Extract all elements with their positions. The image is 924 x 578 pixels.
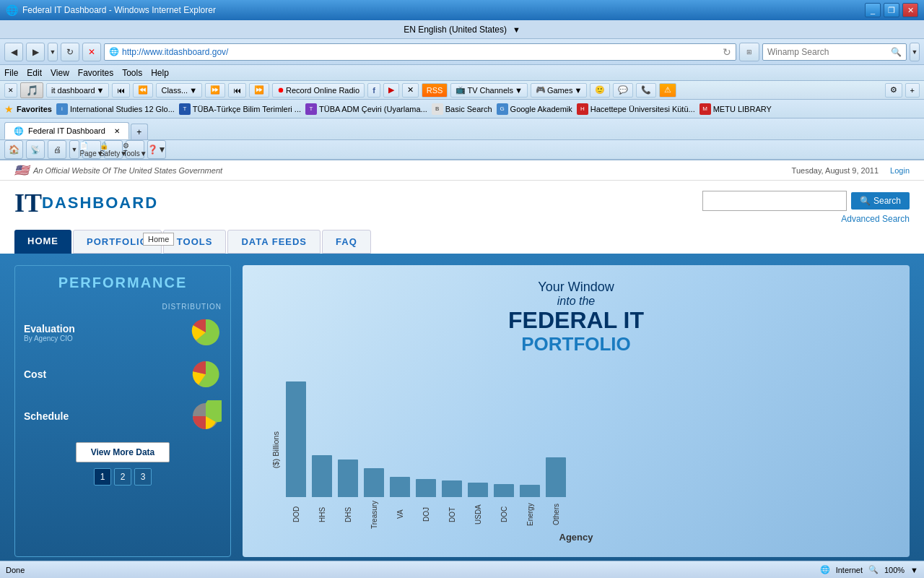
- chart-title-window: Your Window: [257, 280, 895, 295]
- page-btn-3[interactable]: 3: [134, 468, 152, 486]
- browser-search-icon[interactable]: 🔍: [891, 47, 902, 57]
- games-btn[interactable]: 🎮 Games ▼: [531, 83, 587, 98]
- nav-tab-datafeeds[interactable]: DATA FEEDS: [227, 230, 321, 254]
- facebook-btn[interactable]: f: [367, 83, 380, 98]
- menu-help[interactable]: Help: [151, 68, 169, 78]
- zoom-level: 100%: [884, 566, 905, 574]
- address-refresh-icon[interactable]: ↻: [723, 46, 731, 58]
- address-dropdown[interactable]: it dashboard ▼: [46, 83, 109, 98]
- view-more-button[interactable]: View More Data: [76, 442, 170, 462]
- media-stop-btn[interactable]: ⏮: [228, 83, 246, 98]
- tv-channels-btn[interactable]: 📺 TV Channels ▼: [450, 83, 527, 98]
- sec-safety-btn[interactable]: 🔒 Safety▼: [104, 140, 123, 159]
- menu-tools[interactable]: Tools: [122, 68, 142, 78]
- menu-file[interactable]: File: [4, 68, 18, 78]
- back-btn[interactable]: ◀: [4, 43, 23, 61]
- forward-btn[interactable]: ▶: [26, 43, 45, 61]
- chat-btn[interactable]: 💬: [613, 83, 633, 98]
- bar-treasury: [364, 468, 384, 497]
- settings-btn[interactable]: ⚙: [885, 83, 902, 98]
- metric-schedule: Schedule: [24, 410, 69, 422]
- chart-title-area: Your Window into the FEDERAL IT PORTFOLI…: [257, 280, 895, 355]
- sec-page-btn[interactable]: 📄 Page▼: [82, 140, 101, 159]
- extra-toolbar: ✕ 🎵 it dashboard ▼ ⏮ ⏪ Class... ▼ ⏩ ⏮ ⏩ …: [0, 81, 924, 100]
- search-dropdown-btn[interactable]: ▼: [910, 43, 920, 61]
- media-play-btn[interactable]: ⏩: [249, 83, 269, 98]
- login-link[interactable]: Login: [890, 166, 910, 175]
- close-toolbar-btn[interactable]: ✕: [4, 83, 17, 98]
- favorites-star[interactable]: ★ Favorites: [4, 103, 52, 115]
- address-dropdown-arrow: ▼: [97, 86, 105, 95]
- class-btn[interactable]: Class... ▼: [156, 83, 202, 98]
- locale-bar: EN English (United States) ▼: [0, 20, 924, 39]
- page-btn-2[interactable]: 2: [114, 468, 131, 486]
- sec-rss-btn[interactable]: 📡: [26, 140, 45, 159]
- rewind-btn[interactable]: ⏪: [133, 83, 153, 98]
- zoom-dropdown[interactable]: ▼: [910, 566, 918, 574]
- browser-search-input[interactable]: [767, 47, 891, 57]
- menu-favorites[interactable]: Favorites: [78, 68, 113, 78]
- x-axis-label: Agency: [257, 532, 895, 543]
- bookmarks-bar: ★ Favorites i International Studies 12 G…: [0, 100, 924, 118]
- bar-group-dot: DOT: [442, 480, 462, 529]
- sec-print-dropdown[interactable]: ▼: [69, 140, 79, 159]
- bookmark-5[interactable]: G Google Akademik: [497, 103, 572, 115]
- minimize-btn[interactable]: _: [865, 3, 881, 17]
- schedule-pie-chart: [190, 400, 222, 432]
- bookmark-6[interactable]: H Hacettepe Üniversitesi Kütü...: [577, 103, 695, 115]
- address-input[interactable]: [122, 47, 720, 57]
- bookmark-2[interactable]: T TÜBA-Türkçe Bilim Terimleri ...: [179, 103, 301, 115]
- media-icon-btn[interactable]: 🎵: [20, 82, 43, 98]
- menu-edit[interactable]: Edit: [27, 68, 42, 78]
- pagination: 1 2 3: [24, 468, 222, 486]
- locale-dropdown-arrow[interactable]: ▼: [513, 25, 520, 34]
- rss-btn[interactable]: RSS: [422, 83, 448, 98]
- record-radio-btn[interactable]: ⏺ Record Online Radio: [272, 83, 365, 98]
- nav-tab-home[interactable]: HOME: [14, 230, 71, 254]
- add-toolbar-btn[interactable]: +: [905, 83, 920, 98]
- phone-btn[interactable]: 📞: [636, 83, 656, 98]
- chart-title-into: into the: [257, 295, 895, 308]
- refresh-btn[interactable]: ↻: [61, 43, 79, 61]
- youtube-btn[interactable]: ▶: [383, 83, 399, 98]
- sec-print-btn[interactable]: 🖨: [48, 140, 66, 159]
- close-btn[interactable]: ✕: [902, 3, 918, 17]
- bookmark-3[interactable]: T TÜBA ADM Çeviri (Uyarlama...: [305, 103, 427, 115]
- page-btn-1[interactable]: 1: [94, 468, 111, 486]
- new-tab-btn[interactable]: +: [131, 124, 148, 139]
- bar-label-dod: DOD: [292, 500, 300, 529]
- bookmark-7[interactable]: M METU LIBRARY: [699, 103, 772, 115]
- sec-tools-btn[interactable]: ⚙ Tools▼: [126, 140, 144, 159]
- restore-btn[interactable]: ❐: [884, 3, 899, 17]
- bar-chart: ($) Billions DODHHSDHSTreasuryVADOJDOTUS…: [257, 370, 895, 529]
- menu-view[interactable]: View: [51, 68, 69, 78]
- games-icon: 🎮: [536, 85, 546, 95]
- bar-usda: [468, 483, 488, 497]
- bar-group-treasury: Treasury: [364, 468, 384, 529]
- bar-label-others: Others: [552, 500, 560, 529]
- bookmark-4[interactable]: B Basic Search: [432, 103, 492, 115]
- dropdown-btn[interactable]: ▼: [48, 43, 58, 61]
- bookmark-1[interactable]: i International Studies 12 Glo...: [56, 103, 175, 115]
- compatibility-btn[interactable]: ⊞: [739, 43, 759, 61]
- social3-btn[interactable]: ✕: [402, 83, 419, 98]
- search-button[interactable]: 🔍 Search: [851, 192, 910, 210]
- logo-it: IT: [14, 188, 42, 218]
- bar-group-usda: USDA: [468, 483, 488, 529]
- page-header: 🇺🇸 An Official Website Of The United Sta…: [0, 160, 924, 181]
- record-icon: ⏺: [277, 86, 284, 94]
- main-search-input[interactable]: [702, 191, 847, 211]
- browser-tab-0[interactable]: 🌐 Federal IT Dashboard ✕: [4, 122, 129, 139]
- stop-btn[interactable]: ✕: [82, 43, 101, 61]
- sec-home-btn[interactable]: 🏠: [4, 140, 23, 159]
- distribution-section: DISTRIBUTION Evaluation By Agency CIO: [24, 303, 222, 432]
- nav-tab-faq[interactable]: FAQ: [322, 230, 371, 254]
- prev-btn[interactable]: ⏮: [112, 83, 130, 98]
- tab-close-icon[interactable]: ✕: [114, 127, 120, 135]
- alert-btn[interactable]: ⚠: [659, 83, 676, 98]
- advanced-search-link[interactable]: Advanced Search: [841, 214, 910, 224]
- ff-btn[interactable]: ⏩: [205, 83, 225, 98]
- sec-help-btn[interactable]: ❓▼: [147, 140, 166, 159]
- bookmark-6-icon: H: [577, 103, 588, 115]
- smiley-btn[interactable]: 🙂: [590, 83, 610, 98]
